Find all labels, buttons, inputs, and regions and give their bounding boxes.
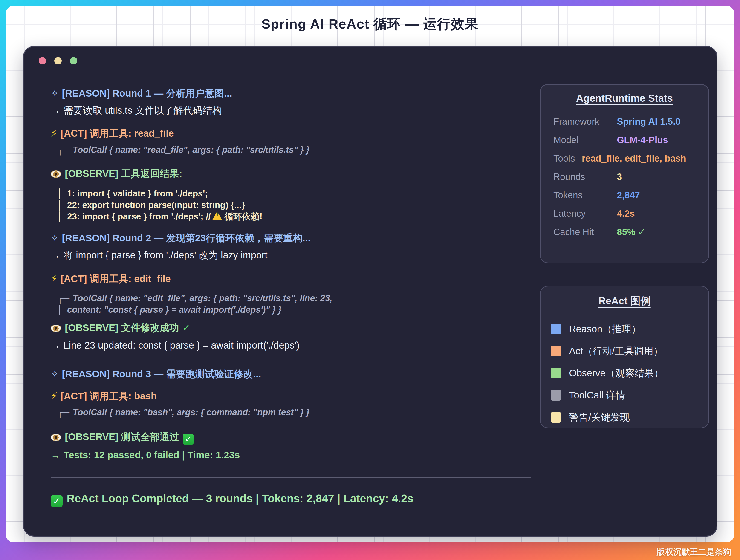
act-text: [ACT] 调用工具: read_file xyxy=(61,128,174,139)
stat-row-rounds: Rounds 3 xyxy=(541,168,709,186)
grid-paper: Spring AI ReAct 循环 — 运行效果 ✧[REASON] Roun… xyxy=(6,6,734,542)
detail-text: Line 23 updated: const { parse } = await… xyxy=(64,340,300,351)
observe-detail-round2: →Line 23 updated: const { parse } = awai… xyxy=(51,339,531,352)
arrow-icon: → xyxy=(51,105,60,116)
legend-label: Observe（观察结果） xyxy=(569,367,664,380)
divider xyxy=(51,477,531,478)
observe-heading-round1: [OBSERVE] 工具返回结果: xyxy=(51,167,531,180)
stats-rows: Framework Spring AI 1.5.0 Model GLM-4-Pl… xyxy=(541,112,709,241)
legend-label: Act（行动/工具调用） xyxy=(569,345,663,358)
arrow-icon: → xyxy=(51,340,60,351)
bolt-icon: ⚡ xyxy=(51,391,58,401)
bolt-icon: ⚡ xyxy=(51,128,58,139)
code-text: 1: import { validate } from './deps'; xyxy=(67,189,208,198)
sparkle-icon: ✧ xyxy=(51,88,59,99)
pipe-glyph: │ xyxy=(57,305,63,314)
observe-text: [OBSERVE] 测试全部通过 xyxy=(65,432,179,442)
detail-text: Tests: 12 passed, 0 failed | Time: 1.23s xyxy=(64,450,240,460)
minimize-button[interactable] xyxy=(54,57,62,65)
stat-value: GLM-4-Plus xyxy=(617,135,668,145)
legend-panel-title: ReAct 图例 xyxy=(541,294,709,308)
observe-color-swatch xyxy=(551,368,561,378)
page: { "header": { "title": "Spring AI ReAct … xyxy=(0,0,740,560)
corner-glyph: ┌─ xyxy=(57,407,70,417)
sparkle-icon: ✧ xyxy=(51,232,59,244)
warning-icon: ! xyxy=(212,211,222,220)
stat-value: read_file, edit_file, bash xyxy=(582,153,686,164)
tool-output-line: │23: import { parse } from './deps'; //!… xyxy=(51,211,531,222)
reason-text: [REASON] Round 2 — 发现第23行循环依赖，需要重构... xyxy=(62,232,310,244)
stat-label: Latency xyxy=(553,208,617,219)
terminal-window: ✧[REASON] Round 1 — 分析用户意图... →需要读取 util… xyxy=(23,46,718,537)
stat-row-model: Model GLM-4-Plus xyxy=(541,131,709,149)
legend-label: 警告/关键发现 xyxy=(569,411,630,424)
observe-text: [OBSERVE] 文件修改成功 xyxy=(65,322,179,333)
stat-row-cache-hit: Cache Hit 85% ✓ xyxy=(541,223,709,241)
pipe-glyph: │ xyxy=(57,212,63,221)
act-text: [ACT] 调用工具: edit_file xyxy=(61,273,171,284)
stat-value: Spring AI 1.5.0 xyxy=(617,116,680,127)
toolcall-color-swatch xyxy=(551,390,561,400)
eye-icon xyxy=(51,324,61,332)
corner-glyph: ┌─ xyxy=(57,145,70,155)
toolcall-text: ToolCall { name: "read_file", args: { pa… xyxy=(73,145,309,155)
detail-text: 将 import { parse } from './deps' 改为 lazy… xyxy=(64,250,268,261)
observe-detail-round3: →Tests: 12 passed, 0 failed | Time: 1.23… xyxy=(51,449,531,462)
reason-text: [REASON] Round 3 — 需要跑测试验证修改... xyxy=(62,369,261,379)
stat-label: Framework xyxy=(553,116,617,127)
bolt-icon: ⚡ xyxy=(51,273,58,284)
warning-text: 循环依赖! xyxy=(224,212,263,221)
stat-label: Cache Hit xyxy=(553,227,617,237)
sparkle-icon: ✧ xyxy=(51,369,59,379)
legend-item-act: Act（行动/工具调用） xyxy=(541,340,709,362)
reason-heading-round1: ✧[REASON] Round 1 — 分析用户意图... xyxy=(51,87,531,100)
legend-item-observe: Observe（观察结果） xyxy=(541,362,709,384)
toolcall-text: ToolCall { name: "edit_file", args: { pa… xyxy=(73,293,333,303)
close-button[interactable] xyxy=(39,57,46,65)
arrow-icon: → xyxy=(51,250,60,261)
legend-label: Reason（推理） xyxy=(569,322,641,336)
corner-glyph: ┌─ xyxy=(57,293,70,303)
stat-row-framework: Framework Spring AI 1.5.0 xyxy=(541,112,709,131)
legend-items: Reason（推理） Act（行动/工具调用） Observe（观察结果） To… xyxy=(541,318,709,429)
act-heading-round2: ⚡[ACT] 调用工具: edit_file xyxy=(51,272,531,285)
eye-icon xyxy=(51,434,61,441)
window-controls xyxy=(39,57,77,65)
stat-row-latency: Latency 4.2s xyxy=(541,204,709,223)
pipe-glyph: │ xyxy=(57,200,63,210)
toolcall-round1: ┌─ToolCall { name: "read_file", args: { … xyxy=(51,144,531,156)
reason-heading-round3: ✧[REASON] Round 3 — 需要跑测试验证修改... xyxy=(51,368,531,381)
maximize-button[interactable] xyxy=(70,57,77,65)
stat-value: 2,847 xyxy=(617,190,640,200)
stat-label: Model xyxy=(553,135,617,145)
toolcall-round2-line1: ┌─ToolCall { name: "edit_file", args: { … xyxy=(51,292,531,304)
code-text: 23: import { parse } from './deps'; // xyxy=(67,212,211,221)
legend-item-warning: 警告/关键发现 xyxy=(541,406,709,429)
stat-value: 85% ✓ xyxy=(617,226,646,237)
reason-color-swatch xyxy=(551,324,561,334)
observe-heading-round3: [OBSERVE] 测试全部通过✓ xyxy=(51,431,531,445)
observe-heading-round2: [OBSERVE] 文件修改成功✓ xyxy=(51,321,531,334)
reason-heading-round2: ✧[REASON] Round 2 — 发现第23行循环依赖，需要重构... xyxy=(51,232,531,245)
tool-output-line: │22: export function parse(input: string… xyxy=(51,199,531,211)
pipe-glyph: │ xyxy=(57,189,63,198)
tool-output-line: │1: import { validate } from './deps'; xyxy=(51,188,531,199)
act-color-swatch xyxy=(551,346,561,356)
toolcall-text: content: "const { parse } = await import… xyxy=(67,305,281,314)
green-check-icon: ✓ xyxy=(51,495,63,507)
stat-label: Tools xyxy=(553,153,575,164)
react-log: ✧[REASON] Round 1 — 分析用户意图... →需要读取 util… xyxy=(51,77,531,507)
detail-text: 需要读取 utils.ts 文件以了解代码结构 xyxy=(64,105,222,116)
legend-item-toolcall: ToolCall 详情 xyxy=(541,384,709,406)
watermark: 版权沉默王二是条狗 xyxy=(657,546,731,558)
stat-label: Tokens xyxy=(553,190,617,200)
stat-value: 4.2s xyxy=(617,208,635,219)
loop-completed-line: ✓ReAct Loop Completed — 3 rounds | Token… xyxy=(51,491,531,507)
reason-detail-round2: →将 import { parse } from './deps' 改为 laz… xyxy=(51,249,531,262)
act-heading-round3: ⚡[ACT] 调用工具: bash xyxy=(51,390,531,403)
observe-text: [OBSERVE] 工具返回结果: xyxy=(65,168,182,179)
act-text: [ACT] 调用工具: bash xyxy=(61,391,157,401)
toolcall-text: ToolCall { name: "bash", args: { command… xyxy=(73,407,309,417)
stat-label: Rounds xyxy=(553,172,617,182)
page-title: Spring AI ReAct 循环 — 运行效果 xyxy=(6,15,734,33)
